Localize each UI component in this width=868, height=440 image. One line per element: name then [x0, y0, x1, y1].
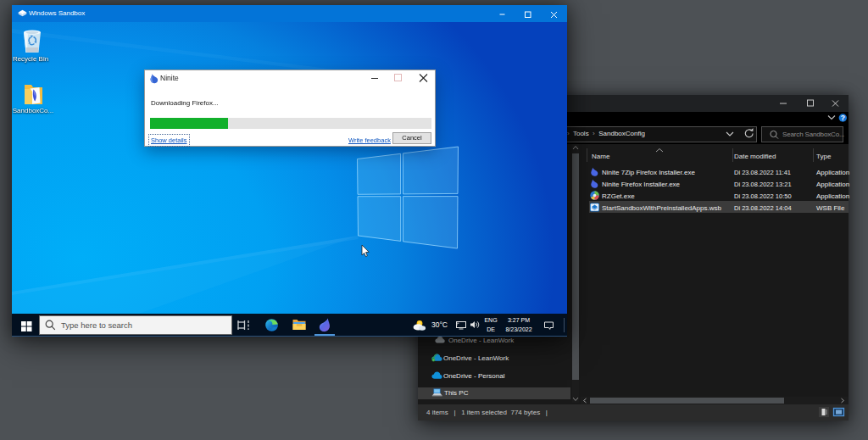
svg-text:?: ?	[841, 114, 845, 122]
